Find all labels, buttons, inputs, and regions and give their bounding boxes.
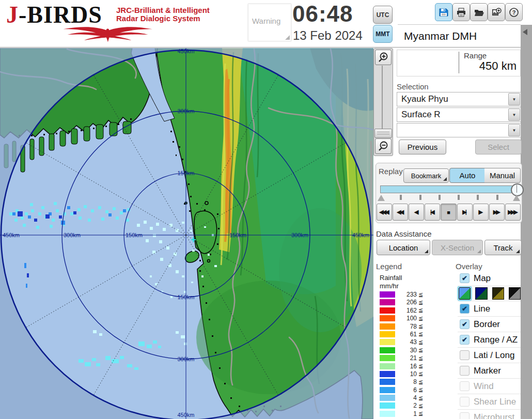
replay-label: Replay [379,167,403,176]
collapse-arrow-icon [523,29,527,35]
zoom-out-icon [378,141,389,152]
chevron-down-icon[interactable]: ▼ [508,124,520,136]
legend-row: 43≦ [380,339,423,345]
overlay-item-wind: Wind [458,379,521,394]
rewind-fast-button[interactable]: ◀◀◀ [377,204,392,221]
rewind-button[interactable]: ◀◀ [393,204,408,221]
lte-symbol: ≦ [418,347,423,353]
legend-value: 206 [395,299,417,306]
checkbox-lati-long[interactable] [460,350,470,360]
legend-value: 233 [395,291,417,298]
forward-button[interactable]: ▶▶ [489,204,505,221]
checkbox-line[interactable]: ✔ [460,304,470,314]
replay-slider-track[interactable] [380,185,520,193]
app-logo: J-BIRDS [6,1,102,28]
print-button[interactable] [452,3,470,21]
auto-mode-button[interactable]: Auto [449,168,486,183]
select-button[interactable]: Select [475,139,522,154]
help-button[interactable]: ? [505,3,523,21]
svg-text:450km: 450km [177,48,194,54]
legend-row: 100≦ [380,315,423,321]
play-button[interactable]: ▶ [473,204,489,221]
warning-panel[interactable]: Warning [248,4,291,41]
lte-symbol: ≦ [418,410,423,417]
overlay-item-label: Marker [474,366,501,376]
legend-swatch [380,395,395,401]
forward-fast-button[interactable]: ▶▶▶ [505,204,521,221]
stop-button[interactable]: ■ [441,204,456,221]
manual-mode-button[interactable]: Manual [484,168,521,183]
chevron-down-icon[interactable]: ▼ [508,93,520,105]
legend-row: 21≦ [380,355,423,361]
overlay-item-line: ✔Line [458,301,521,317]
map-style-swatches [458,286,521,301]
previous-button[interactable]: Previous [399,139,446,154]
selection-combo-1[interactable]: Kyauk Phyu▼ [397,92,521,106]
slider-start-marker[interactable] [378,195,385,201]
checkbox-border[interactable]: ✔ [460,319,470,329]
legend-value: 4 [395,394,417,401]
zoom-slider-handle[interactable] [374,129,392,138]
overlay-item-label: Lati / Long [474,350,514,361]
slider-tick [458,195,460,200]
save-icon [439,7,449,18]
legend-swatch [380,411,395,417]
play-backward-button[interactable]: ◀ [409,204,424,221]
map-style-terrain-light[interactable] [459,287,471,300]
zoom-out-button[interactable] [375,138,392,154]
lte-symbol: ≦ [418,339,423,346]
legend-row: 78≦ [380,323,423,330]
zoom-in-icon [378,52,389,63]
step-forward-button[interactable]: ▶| [457,204,473,221]
legend-value: 162 [395,307,417,314]
open-folder-button[interactable] [470,3,488,21]
slider-end-marker[interactable] [513,195,520,201]
lte-symbol: ≦ [418,323,423,330]
x-section-button[interactable]: X-Section [432,240,483,255]
overlay-item-label: Map [474,273,491,284]
legend-swatch [380,339,395,345]
track-button[interactable]: Track [484,240,522,255]
svg-text:300km: 300km [177,356,194,362]
svg-text:450km: 450km [177,412,194,418]
location-button[interactable]: Location [377,240,430,255]
radar-map[interactable]: 150km150km150km150km300km300km300km300km… [0,48,373,419]
zoom-in-button[interactable] [375,50,392,65]
legend-value: 78 [395,323,417,330]
selection-combo-2[interactable]: Surface R▼ [397,107,521,122]
map-style-terrain-gray[interactable] [509,287,521,300]
range-value: 450 km [444,59,517,73]
svg-text:150km: 150km [177,170,194,176]
legend-swatch [380,402,395,409]
bookmark-button[interactable]: Bookmark [403,168,449,183]
overlay-item-range-az: ✔Range / AZ [458,332,521,348]
legend-swatch [380,347,395,353]
zoom-slider-track[interactable] [382,66,383,129]
chevron-down-icon[interactable]: ▼ [508,108,520,121]
legend-value: 43 [395,338,417,346]
checkbox-map[interactable]: ✔ [460,273,470,283]
save-button[interactable] [435,3,452,21]
capture-add-button[interactable] [488,3,505,21]
svg-text:300km: 300km [177,108,194,114]
print-icon [456,7,466,18]
legend-swatch [380,323,395,330]
checkbox-range-az[interactable]: ✔ [460,335,470,345]
map-style-terrain-dark[interactable] [475,287,487,300]
checkbox-marker[interactable] [460,366,470,376]
panel-collapse-rail[interactable] [521,25,532,419]
legend-row: 8≦ [380,379,423,385]
selection-combo-3[interactable]: ▼ [397,123,521,137]
legend-rows: 233≦206≦162≦100≦78≦61≦43≦30≦21≦16≦10≦8≦6… [380,291,423,417]
legend-value: 6 [395,386,417,394]
resize-grip-icon [285,35,290,40]
step-back-button[interactable]: |◀ [425,204,440,221]
timezone-button-utc[interactable]: UTC [373,6,393,24]
legend-value: 16 [395,363,417,370]
timezone-button-mmt[interactable]: MMT [373,25,393,43]
selection-label: Selection [397,82,429,91]
overlay-item-shear-line: Shear Line [458,394,521,410]
checkbox-microburst [460,412,470,419]
legend-value: 10 [395,370,417,378]
map-style-terrain-olive[interactable] [492,287,504,300]
